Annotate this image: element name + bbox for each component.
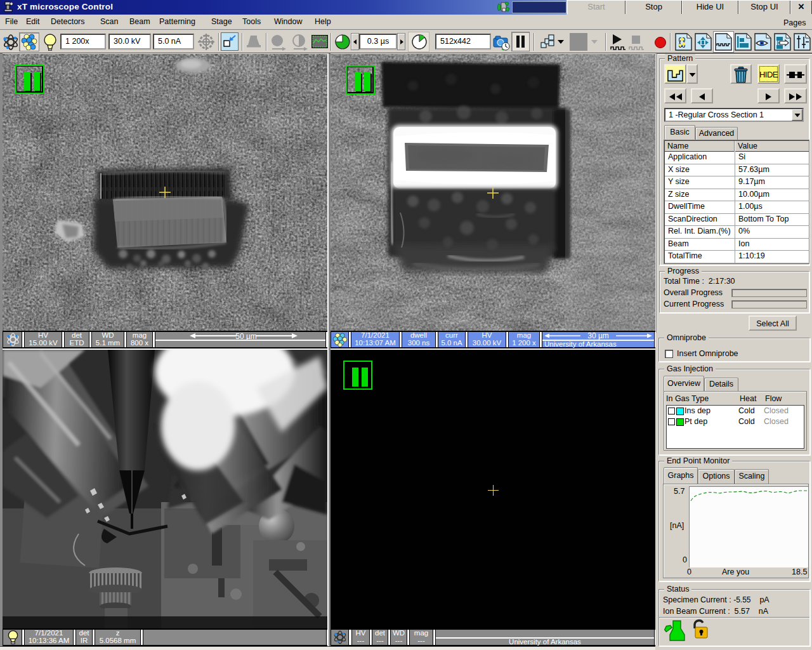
svg-text:30 µm: 30 µm — [587, 332, 609, 340]
svg-text:50 µm: 50 µm — [235, 332, 257, 340]
